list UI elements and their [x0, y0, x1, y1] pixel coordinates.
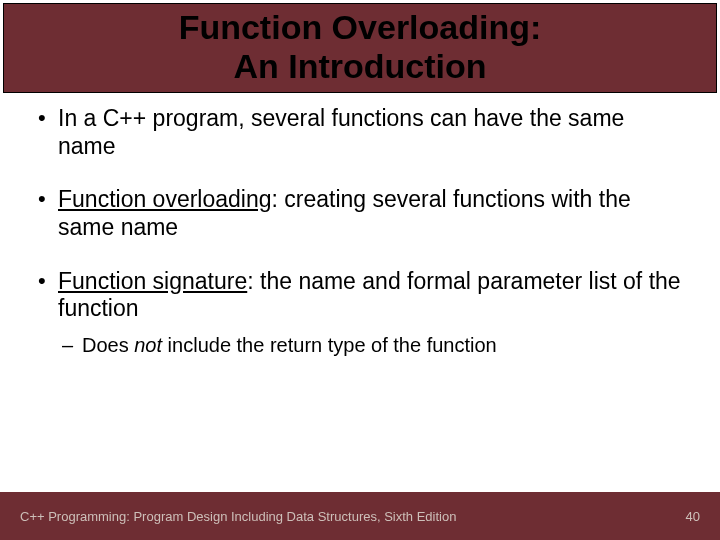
sub-bullet-pre: Does [82, 334, 134, 356]
sub-bullet-post: include the return type of the function [162, 334, 497, 356]
slide-footer: C++ Programming: Program Design Includin… [0, 492, 720, 540]
slide-title-bar: Function Overloading: An Introduction [3, 3, 717, 93]
page-number: 40 [686, 509, 700, 524]
footer-text: C++ Programming: Program Design Includin… [20, 509, 456, 524]
title-line-1: Function Overloading: [14, 8, 706, 47]
bullet-list: In a C++ program, several functions can … [34, 105, 686, 358]
bullet-item: In a C++ program, several functions can … [34, 105, 686, 160]
bullet-text: In a C++ program, several functions can … [58, 105, 624, 159]
bullet-term: Function overloading [58, 186, 272, 212]
bullet-item: Function overloading: creating several f… [34, 186, 686, 241]
bullet-term: Function signature [58, 268, 247, 294]
sub-bullet-item: Does not include the return type of the … [58, 333, 686, 358]
title-line-2: An Introduction [14, 47, 706, 86]
bullet-item: Function signature: the name and formal … [34, 268, 686, 358]
slide-content: In a C++ program, several functions can … [0, 93, 720, 358]
sub-bullet-list: Does not include the return type of the … [58, 333, 686, 358]
sub-bullet-em: not [134, 334, 162, 356]
